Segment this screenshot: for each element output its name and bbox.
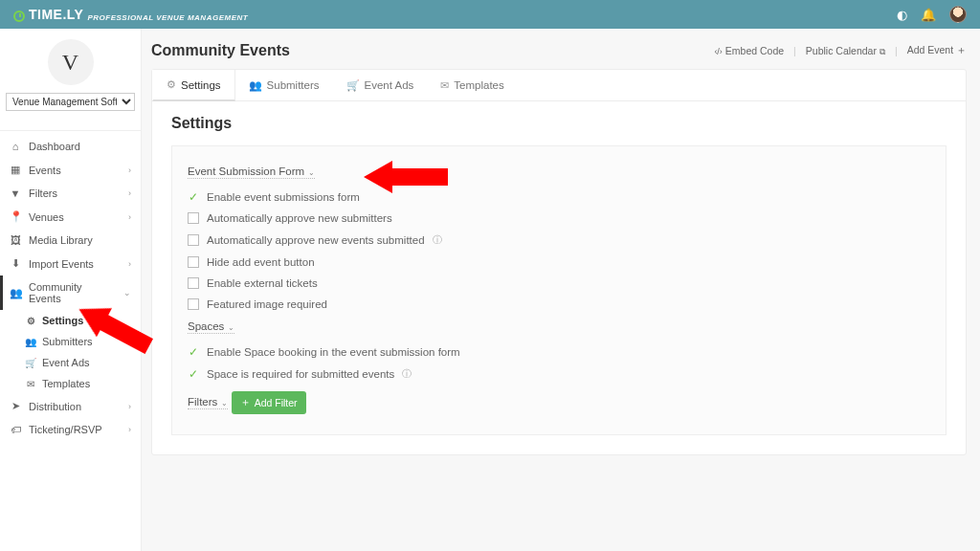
opt-featured-image-req[interactable]: Featured image required [188,294,930,315]
chevron-right-icon: › [128,402,131,411]
tab-settings[interactable]: ⚙Settings [152,70,235,101]
opt-auto-approve-submitters[interactable]: Automatically approve new submitters [188,208,930,229]
chevron-right-icon: › [128,259,131,269]
plus-icon: ＋ [956,44,967,55]
clock-icon [13,11,25,22]
code-icon: ‹/› [714,47,723,56]
chevron-down-icon: ⌄ [123,288,131,298]
image-icon: 🖼 [10,234,21,246]
chevron-down-icon: ⌄ [308,168,315,177]
settings-heading: Settings [171,115,947,132]
bell-icon[interactable]: 🔔 [921,8,936,22]
brand-logo: TIME.LY [13,7,83,22]
download-icon: ⬇ [10,257,21,270]
opt-enable-submissions[interactable]: ✓Enable event submissions form [188,187,930,208]
home-icon: ⌂ [10,141,21,152]
top-icons: ◐ 🔔 [897,6,967,23]
mail-icon: ✉ [25,379,36,389]
checkbox-empty-icon [188,277,199,289]
sliders-icon: ⚙ [25,316,36,326]
mail-icon: ✉ [440,79,449,92]
info-icon[interactable]: ⓘ [402,367,412,381]
chevron-right-icon: › [128,188,131,198]
gear-icon: ⚙ [167,78,176,91]
tab-templates[interactable]: ✉Templates [427,70,517,100]
users-icon: 👥 [10,287,21,299]
cart-icon: 🛒 [25,358,36,368]
nav-community-sub: ⚙Settings 👥Submitters 🛒Event Ads ✉Templa… [0,310,141,394]
top-bar: TIME.LY PROFESSIONAL VENUE MANAGEMENT ◐ … [0,0,980,29]
tab-bar: ⚙Settings 👥Submitters 🛒Event Ads ✉Templa… [152,70,966,101]
opt-auto-approve-events[interactable]: Automatically approve new events submitt… [188,229,930,252]
add-event-link[interactable]: Add Event ＋ [907,44,967,57]
venue-select[interactable]: Venue Management Software [6,93,135,111]
filter-icon: ▼ [10,187,21,199]
opt-external-tickets[interactable]: Enable external tickets [188,273,930,294]
settings-form: Event Submission Form⌄ ✓Enable event sub… [171,145,947,435]
embed-code-link[interactable]: ‹/› Embed Code [714,45,784,56]
subnav-settings[interactable]: ⚙Settings [25,310,141,331]
opt-hide-add-event[interactable]: Hide add event button [188,252,930,273]
nav-community[interactable]: 👥Community Events⌄ [0,276,141,310]
calendar-icon: ▦ [10,164,21,176]
main-content: Community Events ‹/› Embed Code | Public… [142,29,980,551]
tag-icon: 🏷 [10,424,21,435]
opt-space-required[interactable]: ✓Space is required for submitted events … [188,363,930,386]
chevron-right-icon: › [128,425,131,434]
info-icon[interactable]: ⓘ [433,233,442,247]
user-avatar[interactable] [949,6,967,23]
org-avatar: V [48,39,94,85]
nav-media[interactable]: 🖼Media Library [0,229,141,252]
send-icon: ➤ [10,400,21,412]
add-filter-button[interactable]: ＋Add Filter [232,391,306,414]
public-calendar-link[interactable]: Public Calendar ⧉ [806,45,885,57]
section-filters[interactable]: Filters⌄ [188,396,228,409]
section-spaces[interactable]: Spaces⌄ [188,320,234,334]
brand: TIME.LY PROFESSIONAL VENUE MANAGEMENT [13,7,248,22]
check-icon: ✓ [188,368,199,380]
nav-events[interactable]: ▦Events› [0,158,141,182]
checkbox-empty-icon [188,298,199,310]
subnav-submitters[interactable]: 👥Submitters [25,331,141,352]
page-actions: ‹/› Embed Code | Public Calendar ⧉ | Add… [714,44,967,57]
check-icon: ✓ [188,191,199,203]
checkbox-empty-icon [188,234,199,246]
chevron-down-icon: ⌄ [228,323,234,332]
tab-eventads[interactable]: 🛒Event Ads [333,70,428,100]
users-icon: 👥 [249,79,262,92]
pin-icon: 📍 [10,210,21,223]
chevron-right-icon: › [128,165,131,175]
tab-submitters[interactable]: 👥Submitters [235,70,333,100]
subnav-templates[interactable]: ✉Templates [25,373,141,394]
checkbox-empty-icon [188,212,199,224]
nav-ticketing[interactable]: 🏷Ticketing/RSVP› [0,418,141,441]
nav-import[interactable]: ⬇Import Events› [0,252,141,276]
plus-icon: ＋ [240,396,251,409]
check-icon: ✓ [188,346,199,358]
section-event-submission[interactable]: Event Submission Form⌄ [188,165,315,179]
panel: ⚙Settings 👥Submitters 🛒Event Ads ✉Templa… [151,69,967,455]
users-icon: 👥 [25,337,36,347]
checkbox-empty-icon [188,256,199,268]
sidebar-nav: ⌂Dashboard ▦Events› ▼Filters› 📍Venues› 🖼… [0,131,141,441]
subnav-eventads[interactable]: 🛒Event Ads [25,352,141,373]
chevron-down-icon: ⌄ [221,399,228,408]
nav-distribution[interactable]: ➤Distribution› [0,394,141,418]
sidebar: V Venue Management Software ⌂Dashboard ▦… [0,29,142,551]
nav-filters[interactable]: ▼Filters› [0,182,141,205]
chevron-right-icon: › [128,212,131,222]
page-title: Community Events [151,42,290,59]
nav-venues[interactable]: 📍Venues› [0,205,141,229]
external-icon: ⧉ [880,47,885,56]
support-icon[interactable]: ◐ [897,8,907,22]
nav-dashboard[interactable]: ⌂Dashboard [0,135,141,158]
brand-tagline: PROFESSIONAL VENUE MANAGEMENT [87,13,248,22]
opt-space-booking[interactable]: ✓Enable Space booking in the event submi… [188,342,930,363]
cart-icon: 🛒 [346,79,360,92]
